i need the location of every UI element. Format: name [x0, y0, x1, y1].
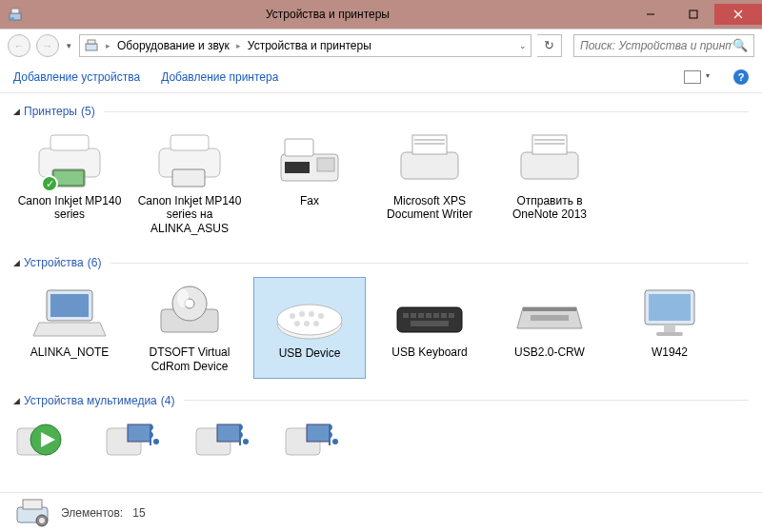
device-item[interactable]: Canon Inkjet MP140 series на ALINKA_ASUS: [133, 126, 246, 241]
window-title: Устройства и принтеры: [27, 8, 629, 21]
view-options-icon[interactable]: [684, 70, 701, 84]
svg-point-68: [243, 439, 249, 444]
search-icon[interactable]: 🔍: [732, 38, 748, 52]
svg-rect-14: [170, 135, 209, 150]
printer-icon: [151, 131, 228, 190]
device-item[interactable]: [192, 415, 255, 461]
device-label: Microsoft XPS Document Writer: [377, 194, 482, 222]
add-printer-link[interactable]: Добавление принтера: [161, 70, 278, 84]
svg-rect-67: [217, 424, 240, 442]
device-item[interactable]: USB Device: [253, 277, 366, 379]
status-label: Элементов:: [61, 506, 123, 520]
svg-rect-18: [317, 158, 334, 171]
device-item[interactable]: DTSOFT Virtual CdRom Device: [133, 277, 246, 379]
printers-row: ✓ Canon Inkjet MP140 series Canon Inkjet…: [0, 122, 762, 248]
svg-rect-20: [401, 152, 458, 179]
svg-rect-57: [649, 294, 691, 321]
collapse-arrow-icon[interactable]: ◢: [13, 396, 20, 405]
device-label: W1942: [652, 345, 688, 359]
svg-rect-12: [54, 171, 83, 185]
svg-marker-54: [523, 307, 576, 311]
svg-point-65: [153, 439, 159, 444]
svg-rect-24: [521, 152, 578, 179]
window-controls: [629, 4, 762, 25]
keyboard-icon: [391, 283, 468, 342]
group-count: (5): [81, 105, 95, 118]
refresh-button[interactable]: ↻: [537, 34, 562, 57]
breadcrumb-sep-icon[interactable]: ▸: [233, 41, 244, 50]
svg-rect-1: [11, 9, 19, 13]
search-input[interactable]: [580, 39, 732, 52]
breadcrumb-sep-icon[interactable]: ▸: [103, 41, 113, 50]
add-device-link[interactable]: Добавление устройства: [13, 70, 140, 84]
status-icon: [13, 498, 51, 528]
device-label: ALINKA_NOTE: [30, 345, 110, 359]
group-label: Принтеры: [24, 105, 77, 118]
svg-point-43: [313, 321, 319, 326]
svg-point-38: [299, 311, 305, 317]
printer-icon: ✓: [31, 131, 108, 190]
back-button[interactable]: ←: [8, 34, 30, 57]
toolbar: Добавление устройства Добавление принтер…: [0, 61, 762, 93]
device-item[interactable]: [282, 415, 345, 461]
usb-device-icon: [271, 284, 348, 343]
device-item[interactable]: Отправить в OneNote 2013: [493, 126, 606, 241]
app-icon: [8, 7, 23, 22]
svg-rect-59: [656, 332, 683, 336]
svg-point-40: [318, 313, 324, 319]
svg-rect-58: [664, 325, 675, 332]
address-dropdown-icon[interactable]: ⌄: [519, 41, 527, 50]
monitor-icon: [632, 283, 708, 342]
history-dropdown[interactable]: ▾: [65, 41, 73, 50]
svg-point-39: [309, 311, 314, 317]
address-bar[interactable]: ▸ Оборудование и звук ▸ Устройства и при…: [79, 34, 531, 57]
svg-marker-30: [33, 323, 106, 336]
maximize-button[interactable]: [672, 4, 714, 25]
device-label: DTSOFT Virtual CdRom Device: [137, 345, 242, 373]
collapse-arrow-icon[interactable]: ◢: [13, 107, 20, 116]
device-item[interactable]: ✓ Canon Inkjet MP140 series: [13, 126, 126, 241]
device-item[interactable]: [13, 415, 76, 461]
device-item[interactable]: W1942: [613, 277, 726, 379]
minimize-button[interactable]: [629, 4, 672, 25]
help-icon[interactable]: ?: [733, 69, 749, 85]
multimedia-row: [0, 411, 762, 464]
content-area: ◢ Принтеры (5) ✓ Canon Inkjet MP140 seri…: [0, 93, 762, 492]
svg-rect-22: [414, 139, 445, 141]
device-label: Canon Inkjet MP140 series на ALINKA_ASUS: [137, 194, 242, 235]
breadcrumb-item[interactable]: Устройства и принтеры: [248, 39, 371, 52]
device-item[interactable]: USB Keyboard: [373, 277, 486, 379]
svg-rect-49: [433, 313, 439, 318]
svg-rect-8: [88, 40, 95, 44]
svg-point-75: [39, 518, 45, 523]
default-check-icon: ✓: [41, 175, 58, 192]
svg-rect-17: [285, 139, 313, 156]
svg-rect-55: [531, 315, 569, 321]
group-header-multimedia[interactable]: ◢ Устройства мультимедиа (4): [0, 386, 762, 411]
breadcrumb-item[interactable]: Оборудование и звук: [117, 39, 230, 52]
device-item[interactable]: ALINKA_NOTE: [13, 277, 126, 379]
device-item[interactable]: Microsoft XPS Document Writer: [373, 126, 486, 241]
svg-rect-10: [50, 135, 89, 150]
collapse-arrow-icon[interactable]: ◢: [13, 258, 20, 267]
svg-rect-45: [403, 313, 409, 318]
svg-rect-48: [426, 313, 431, 318]
address-row: ← → ▾ ▸ Оборудование и звук ▸ Устройства…: [0, 29, 762, 61]
group-header-devices[interactable]: ◢ Устройства (6): [0, 248, 762, 273]
device-label: Canon Inkjet MP140 series: [17, 194, 122, 222]
close-button[interactable]: [714, 4, 762, 25]
device-item[interactable]: Fax: [253, 126, 366, 241]
group-header-printers[interactable]: ◢ Принтеры (5): [0, 97, 762, 122]
svg-rect-4: [690, 10, 697, 18]
device-label: Отправить в OneNote 2013: [497, 194, 602, 222]
svg-rect-19: [285, 162, 310, 173]
device-item[interactable]: USB2.0-CRW: [493, 277, 606, 379]
device-label: USB2.0-CRW: [514, 345, 585, 359]
search-box[interactable]: 🔍: [573, 34, 754, 57]
svg-point-37: [290, 313, 295, 319]
svg-rect-44: [397, 307, 462, 332]
device-item[interactable]: [103, 415, 166, 461]
svg-point-2: [10, 17, 14, 21]
device-label: USB Device: [279, 346, 341, 360]
forward-button[interactable]: →: [36, 34, 59, 57]
